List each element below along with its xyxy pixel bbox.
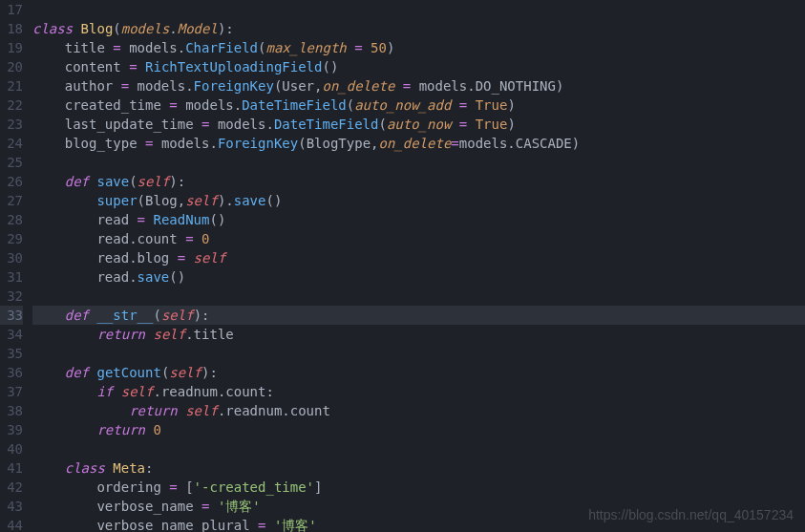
- code-line[interactable]: [32, 0, 805, 19]
- code-editor[interactable]: 1718192021222324252627282930313233343536…: [0, 0, 805, 532]
- token: =: [403, 78, 411, 94]
- line-number: 19: [0, 38, 23, 57]
- token: save: [138, 269, 170, 285]
- token: read.count: [32, 231, 185, 246]
- token: =: [459, 117, 467, 132]
- token: verbose_name: [32, 499, 201, 514]
- token: ):: [194, 308, 210, 323]
- line-number: 22: [0, 96, 23, 115]
- token: DateTimeField: [274, 117, 379, 132]
- code-line[interactable]: return 0: [32, 420, 805, 439]
- code-line[interactable]: return self.readnum.count: [32, 401, 805, 420]
- code-line[interactable]: read.save(): [32, 267, 805, 287]
- token: (: [129, 174, 137, 189]
- token: self: [185, 403, 218, 418]
- token: read.: [32, 269, 138, 285]
- code-line[interactable]: [32, 153, 805, 172]
- line-number: 41: [0, 458, 23, 478]
- code-line[interactable]: created_time = models.DateTimeField(auto…: [32, 96, 805, 115]
- token: =: [121, 78, 129, 94]
- code-line[interactable]: read.count = 0: [32, 229, 805, 248]
- token: self: [153, 327, 185, 342]
- code-line[interactable]: def save(self):: [32, 172, 805, 191]
- token: .: [169, 21, 177, 36]
- token: (: [153, 308, 160, 323]
- token: 0: [153, 422, 160, 437]
- line-number: 33: [0, 306, 23, 325]
- token: [194, 231, 201, 246]
- token: [467, 97, 475, 113]
- token: save: [96, 174, 129, 189]
- code-line[interactable]: read = ReadNum(): [32, 210, 805, 229]
- code-line[interactable]: if self.readnum.count:: [32, 382, 805, 401]
- token: models.: [121, 40, 185, 55]
- token: =: [169, 479, 177, 495]
- token: ): [572, 136, 580, 151]
- code-line[interactable]: class Meta:: [32, 458, 805, 478]
- token: on_delete: [378, 136, 451, 151]
- token: ForeignKey: [218, 136, 298, 151]
- token: [32, 384, 96, 399]
- code-line[interactable]: ordering = ['-created_time']: [32, 478, 805, 497]
- code-area[interactable]: class Blog(models.Model): title = models…: [32, 0, 805, 532]
- token: [113, 384, 120, 399]
- token: ).: [218, 193, 234, 208]
- code-line[interactable]: content = RichTextUploadingField(): [32, 57, 805, 76]
- token: read: [32, 212, 138, 227]
- token: [32, 422, 96, 437]
- token: 50: [371, 40, 387, 55]
- token: '博客': [218, 499, 261, 514]
- code-line[interactable]: class Blog(models.Model):: [32, 19, 805, 38]
- token: (): [265, 193, 282, 208]
- token: auto_now: [387, 117, 451, 132]
- code-line[interactable]: [32, 439, 805, 458]
- code-line[interactable]: [32, 344, 805, 363]
- token: Meta: [113, 460, 145, 476]
- token: (: [298, 136, 306, 151]
- token: verbose_name_plural: [32, 518, 258, 532]
- token: =: [185, 231, 193, 246]
- token: author: [32, 78, 121, 94]
- token: '博客': [274, 518, 317, 532]
- token: [394, 78, 402, 94]
- token: [467, 117, 475, 132]
- token: =: [451, 136, 458, 151]
- token: def: [65, 174, 89, 189]
- code-line[interactable]: super(Blog,self).save(): [32, 191, 805, 210]
- token: =: [113, 40, 120, 55]
- token: [265, 518, 273, 532]
- token: =: [129, 59, 137, 74]
- token: User,: [282, 78, 322, 94]
- code-line[interactable]: blog_type = models.ForeignKey(BlogType,o…: [32, 134, 805, 153]
- code-line[interactable]: return self.title: [32, 325, 805, 344]
- token: [32, 403, 129, 418]
- code-line[interactable]: [32, 287, 805, 306]
- line-number: 37: [0, 382, 23, 401]
- token: self: [194, 250, 226, 266]
- token: self: [121, 384, 154, 399]
- token: models.CASCADE: [459, 136, 572, 151]
- token: models.DO_NOTHING: [411, 78, 556, 94]
- code-line[interactable]: last_update_time = models.DateTimeField(…: [32, 115, 805, 134]
- token: save: [234, 193, 266, 208]
- token: 0: [201, 231, 209, 246]
- token: ):: [201, 365, 218, 380]
- line-number: 21: [0, 76, 23, 96]
- token: __str__: [96, 308, 153, 323]
- token: return: [96, 422, 145, 437]
- token: models.: [153, 136, 217, 151]
- code-line[interactable]: author = models.ForeignKey(User,on_delet…: [32, 76, 805, 96]
- code-line[interactable]: def __str__(self):: [32, 306, 805, 325]
- token: read.blog: [32, 250, 178, 266]
- token: def: [65, 308, 89, 323]
- line-number: 24: [0, 134, 23, 153]
- token: =: [178, 250, 185, 266]
- token: [: [178, 479, 194, 495]
- line-number-gutter: 1718192021222324252627282930313233343536…: [0, 0, 32, 532]
- token: created_time: [32, 97, 169, 113]
- code-line[interactable]: def getCount(self):: [32, 363, 805, 382]
- code-line[interactable]: title = models.CharField(max_length = 50…: [32, 38, 805, 57]
- code-line[interactable]: read.blog = self: [32, 248, 805, 267]
- token: ): [556, 78, 563, 94]
- token: [451, 97, 458, 113]
